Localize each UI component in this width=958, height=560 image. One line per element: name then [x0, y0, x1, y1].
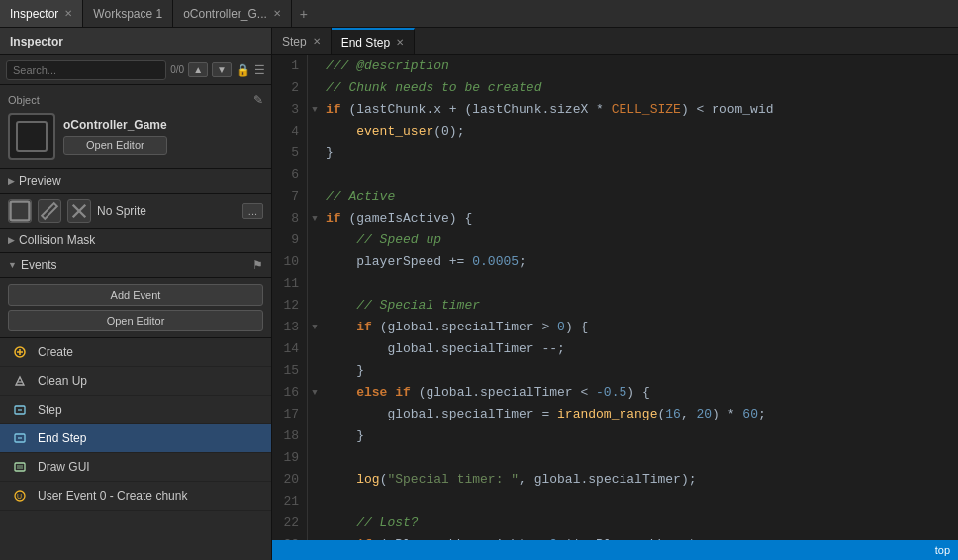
sprite-clear-icon[interactable]	[67, 199, 91, 223]
line-numbers: 12345 678910 1112131415 1617181920 21222…	[272, 55, 308, 540]
sprite-add-icon[interactable]	[8, 199, 32, 223]
collision-mask-arrow-icon: ▶	[8, 235, 15, 245]
code-line-19	[326, 447, 954, 469]
editor-tabs: Step ✕ End Step ✕	[272, 28, 958, 55]
object-label: Object	[8, 94, 40, 106]
event-userevent-label: User Event 0 - Create chunk	[38, 489, 187, 503]
tab-inspector[interactable]: Inspector ✕	[0, 0, 83, 27]
inspector-header: Inspector	[0, 28, 271, 55]
fold-gutter: ▼ ▼ ▼ ▼	[308, 55, 322, 540]
code-line-4: event_user(0);	[326, 121, 954, 142]
fold-13[interactable]: ▼	[308, 317, 322, 338]
event-item-create[interactable]: Create	[0, 338, 271, 367]
events-section-header[interactable]: ▼ Events ⚑	[0, 253, 271, 278]
event-item-endstep[interactable]: End Step	[0, 424, 271, 453]
events-label: Events	[21, 258, 57, 272]
object-edit-icon[interactable]: ✎	[253, 93, 263, 107]
sprite-section: No Sprite ...	[0, 194, 271, 229]
fold-16[interactable]: ▼	[308, 382, 322, 404]
sprite-edit-icon[interactable]	[38, 199, 61, 223]
event-item-userevent[interactable]: U User Event 0 - Create chunk	[0, 482, 271, 511]
fold-6	[308, 164, 322, 186]
collision-mask-section-header[interactable]: ▶ Collision Mask	[0, 229, 271, 253]
fold-20	[308, 469, 322, 491]
code-line-13: if (global.specialTimer > 0) {	[326, 317, 954, 338]
preview-section-header[interactable]: ▶ Preview	[0, 169, 271, 194]
sprite-more-button[interactable]: ...	[242, 203, 263, 219]
cleanup-icon	[10, 371, 30, 391]
fold-8[interactable]: ▼	[308, 208, 322, 230]
code-line-12: // Special timer	[326, 295, 954, 317]
tab-inspector-close[interactable]: ✕	[64, 9, 72, 19]
editor-tab-endstep-close[interactable]: ✕	[396, 37, 404, 47]
open-editor-button[interactable]: Open Editor	[63, 136, 167, 155]
editor-tab-endstep-label: End Step	[341, 36, 390, 49]
editor-tab-step-close[interactable]: ✕	[313, 36, 321, 47]
object-icon	[8, 113, 55, 160]
add-event-button[interactable]: Add Event	[8, 284, 263, 306]
event-item-drawgui[interactable]: Draw GUI	[0, 453, 271, 482]
code-line-21	[326, 491, 954, 513]
code-line-6	[326, 164, 954, 186]
fold-14	[308, 338, 322, 360]
code-line-2: // Chunk needs to be created	[326, 77, 954, 99]
event-item-step[interactable]: Step	[0, 396, 271, 424]
fold-3[interactable]: ▼	[308, 99, 322, 121]
fold-9	[308, 230, 322, 251]
menu-icon[interactable]: ☰	[254, 63, 265, 77]
event-item-cleanup[interactable]: Clean Up	[0, 367, 271, 396]
event-endstep-label: End Step	[38, 431, 86, 445]
collision-mask-label: Collision Mask	[19, 233, 95, 247]
search-prev-button[interactable]: ▲	[188, 62, 208, 77]
preview-arrow-icon: ▶	[8, 176, 15, 186]
right-panel: Step ✕ End Step ✕ 12345 678910 111213141…	[272, 28, 958, 560]
tab-ocontroller-label: oController_G...	[183, 7, 267, 21]
fold-15	[308, 360, 322, 382]
fold-12	[308, 295, 322, 317]
add-tab-button[interactable]: +	[292, 0, 316, 27]
code-line-10: playerSpeed += 0.0005;	[326, 251, 954, 273]
editor-tab-step[interactable]: Step ✕	[272, 28, 332, 54]
search-input[interactable]	[6, 60, 166, 80]
object-icon-inner	[16, 121, 48, 152]
object-info: oController_Game Open Editor	[8, 113, 263, 160]
left-panel: Inspector 0/0 ▲ ▼ 🔒 ☰ Object ✎ oControll…	[0, 28, 272, 560]
editor-tab-endstep[interactable]: End Step ✕	[332, 28, 415, 54]
tab-workspace-label: Workspace 1	[93, 7, 162, 21]
code-line-9: // Speed up	[326, 230, 954, 251]
tab-ocontroller[interactable]: oController_G... ✕	[173, 0, 292, 27]
code-line-16: else if (global.specialTimer < -0.5) {	[326, 382, 954, 404]
code-area[interactable]: 12345 678910 1112131415 1617181920 21222…	[272, 55, 958, 540]
object-details: oController_Game Open Editor	[63, 118, 167, 155]
fold-5	[308, 142, 322, 164]
inspector-title: Inspector	[10, 35, 63, 48]
bottom-bar: top	[272, 540, 958, 560]
svg-rect-12	[17, 465, 23, 469]
code-line-20: log("Special timer: ", global.specialTim…	[326, 469, 954, 491]
tab-inspector-label: Inspector	[10, 7, 58, 21]
event-step-label: Step	[38, 403, 62, 417]
editor-tab-step-label: Step	[282, 35, 307, 48]
search-next-button[interactable]: ▼	[212, 62, 232, 77]
fold-2	[308, 77, 322, 99]
fold-7	[308, 186, 322, 208]
event-create-label: Create	[38, 345, 73, 359]
events-arrow-icon: ▼	[8, 260, 17, 270]
lock-icon[interactable]: 🔒	[236, 63, 250, 77]
code-line-15: }	[326, 360, 954, 382]
code-line-8: if (gameIsActive) {	[326, 208, 954, 230]
tab-ocontroller-close[interactable]: ✕	[273, 9, 281, 19]
svg-text:U: U	[17, 493, 22, 500]
events-open-editor-button[interactable]: Open Editor	[8, 310, 263, 331]
search-bar: 0/0 ▲ ▼ 🔒 ☰	[0, 55, 271, 85]
fold-1	[308, 55, 322, 77]
code-line-7: // Active	[326, 186, 954, 208]
fold-22	[308, 513, 322, 534]
sprite-name: No Sprite	[97, 204, 237, 218]
code-line-5: }	[326, 142, 954, 164]
title-bar: Inspector ✕ Workspace 1 oController_G...…	[0, 0, 958, 28]
fold-18	[308, 425, 322, 447]
tab-workspace[interactable]: Workspace 1	[83, 0, 173, 27]
flag-icon[interactable]: ⚑	[252, 258, 263, 272]
code-lines[interactable]: /// @description // Chunk needs to be cr…	[322, 55, 958, 540]
